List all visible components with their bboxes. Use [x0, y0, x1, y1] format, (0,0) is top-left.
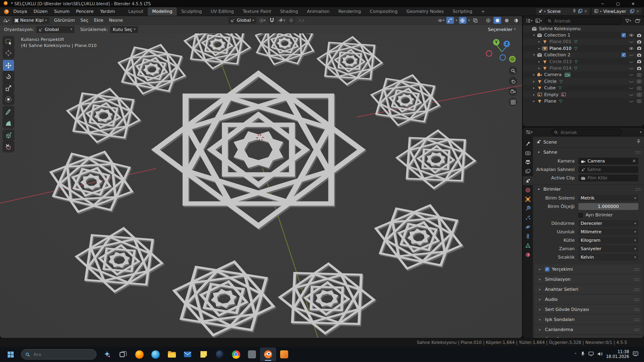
- properties-editor-type-icon[interactable]: ▾: [525, 129, 533, 136]
- menu-düzen[interactable]: Düzen: [30, 8, 51, 15]
- properties-tab-tool[interactable]: [523, 139, 533, 148]
- overlays-caret[interactable]: ▾: [468, 19, 470, 22]
- overlays-toggle-icon[interactable]: [459, 17, 466, 24]
- outliner-row-collection-1[interactable]: ▾Collection 1✓: [523, 32, 644, 38]
- sticky-notes-taskbar-icon[interactable]: [196, 348, 212, 361]
- outliner-row-plane-014[interactable]: ▸▼Plane.014▽: [523, 65, 644, 71]
- taskbar-clock[interactable]: 11:38 18.01.2026: [606, 350, 629, 359]
- menu-yardım[interactable]: Yardım: [97, 8, 118, 15]
- orientation-dropdown[interactable]: Global▾: [228, 17, 256, 24]
- editor-type-icon[interactable]: ▾: [2, 17, 10, 24]
- panel-header-birimler[interactable]: ▾Birimler: [533, 184, 644, 194]
- properties-search-input[interactable]: [560, 130, 619, 135]
- chrome-taskbar-icon[interactable]: [228, 348, 244, 361]
- dropdown-döndürme[interactable]: Dereceler▾: [578, 220, 638, 227]
- steam-taskbar-icon[interactable]: [212, 348, 228, 361]
- tab-rendering[interactable]: Rendering: [334, 7, 365, 16]
- panel-header-sahne[interactable]: ▾Sahne: [533, 147, 644, 157]
- object-field-arkaplan-sahnesi[interactable]: Sahne: [578, 166, 638, 173]
- properties-tab-object[interactable]: [523, 195, 533, 204]
- expand-arrow[interactable]: ▸: [531, 86, 537, 90]
- unlink-scene-icon[interactable]: ✕: [584, 9, 588, 14]
- panel-header-canlandırma[interactable]: ▸Canlandırma: [535, 325, 642, 334]
- taskbar-search[interactable]: [21, 349, 97, 360]
- visibility-dropdown-icon[interactable]: ▾: [437, 17, 445, 24]
- panel-header-anahtar-setleri[interactable]: ▸Anahtar Setleri: [535, 285, 642, 294]
- tool-add-cube[interactable]: [3, 130, 14, 141]
- visibility-eye-icon[interactable]: [628, 99, 634, 103]
- properties-options-caret[interactable]: ▾: [640, 131, 642, 134]
- visibility-eye-icon[interactable]: [628, 53, 634, 57]
- expand-arrow[interactable]: ▾: [531, 33, 537, 37]
- expand-arrow[interactable]: ▸: [531, 73, 537, 76]
- add-workspace-button[interactable]: +: [477, 7, 489, 16]
- ortho-grid-icon[interactable]: [509, 98, 517, 106]
- proportional-editing-icon[interactable]: [287, 17, 295, 24]
- menu-pencere[interactable]: Pencere: [73, 8, 97, 15]
- outliner-row-sahne-koleksiyonu[interactable]: Sahne Koleksiyonu: [523, 25, 644, 32]
- notification-center-icon[interactable]: [633, 351, 638, 358]
- blender-taskbar-icon[interactable]: [260, 348, 276, 361]
- tab-uv-editing[interactable]: UV Editing: [206, 7, 238, 16]
- orientation-setting-dropdown[interactable]: Global▾: [36, 26, 74, 33]
- panel-header-işık-sondaları[interactable]: ▸Işık Sondaları: [535, 315, 642, 324]
- gizmo-z-axis[interactable]: Z: [504, 41, 510, 47]
- navigation-gizmo[interactable]: Y Z: [484, 36, 518, 65]
- tab-modeling[interactable]: Modeling: [148, 7, 177, 16]
- checkbox-ayrı-birimler[interactable]: Ayrı Birimler: [578, 212, 613, 218]
- seljuk-star-object[interactable]: [155, 74, 361, 226]
- expand-arrow[interactable]: ▸: [531, 99, 537, 103]
- mode-dropdown[interactable]: Nesne Kipi▾: [12, 17, 49, 24]
- pivot-point-icon[interactable]: ▾: [258, 17, 266, 24]
- pin-icon[interactable]: [572, 9, 576, 14]
- tab-geometry-nodes[interactable]: Geometry Nodes: [402, 7, 448, 16]
- object-field-kamera[interactable]: Camera✕: [578, 158, 638, 165]
- tab-shading[interactable]: Shading: [276, 7, 303, 16]
- outliner-search[interactable]: [545, 17, 622, 25]
- tab-layout[interactable]: Layout: [124, 7, 148, 16]
- tool-annotate[interactable]: [3, 106, 14, 117]
- file-explorer-taskbar-icon[interactable]: [163, 348, 180, 361]
- outliner-row-circle-013[interactable]: ▸▼Circle.013▽: [523, 58, 644, 65]
- tab-compositing[interactable]: Compositing: [365, 7, 402, 16]
- properties-tab-material[interactable]: [523, 250, 533, 259]
- new-collection-icon[interactable]: [634, 17, 642, 24]
- outliner-row-cube[interactable]: ▸▼Cube▽: [523, 85, 644, 91]
- object-field-active-clip[interactable]: Film Klibi: [578, 175, 638, 181]
- new-scene-icon[interactable]: [578, 9, 582, 14]
- visibility-eye-icon[interactable]: [628, 86, 634, 90]
- tool-measure[interactable]: [3, 117, 14, 128]
- shading-material-icon[interactable]: [503, 17, 510, 24]
- visibility-eye-icon[interactable]: [628, 40, 634, 43]
- visibility-eye-icon[interactable]: [628, 66, 634, 70]
- dropdown-uzunluk[interactable]: Milimetre▾: [578, 228, 638, 235]
- render-camera-icon[interactable]: [636, 73, 642, 77]
- panel-header-sert-gövde-dünyası[interactable]: ▸Sert Gövde Dünyası: [535, 305, 642, 314]
- outliner-row-empty[interactable]: ▸Empty: [523, 91, 644, 98]
- expand-arrow[interactable]: ▸: [537, 40, 542, 43]
- viewport-menu-ekle[interactable]: Ekle: [91, 17, 106, 24]
- gizmo-y-axis[interactable]: Y: [493, 39, 500, 45]
- render-camera-icon[interactable]: [636, 60, 642, 64]
- tray-mic-icon[interactable]: [581, 351, 585, 358]
- 3d-viewport-canvas[interactable]: Kullanıcı Perspektifi (4) Sahne Koleksiy…: [0, 33, 522, 338]
- properties-tab-view-layer[interactable]: [523, 167, 533, 176]
- dropdown-birim-sistemi[interactable]: Metrik▾: [578, 195, 638, 202]
- tool-move[interactable]: [3, 60, 14, 71]
- drag-setting-dropdown[interactable]: Kutu Seç▾: [110, 26, 138, 33]
- visibility-eye-icon[interactable]: [628, 47, 634, 50]
- viewport-menu-nesne[interactable]: Nesne: [106, 17, 126, 24]
- visibility-eye-icon[interactable]: [628, 93, 634, 97]
- tray-chevron-icon[interactable]: ⌃: [574, 352, 577, 356]
- gizmos-caret[interactable]: ▾: [456, 19, 457, 22]
- expand-arrow[interactable]: ▸: [537, 60, 542, 64]
- zoom-icon[interactable]: [509, 66, 517, 75]
- pin-id-icon[interactable]: [636, 139, 641, 145]
- proportional-falloff-icon[interactable]: ▾: [297, 17, 305, 24]
- properties-tab-data[interactable]: [523, 241, 533, 250]
- render-camera-icon[interactable]: [636, 66, 642, 70]
- clear-icon[interactable]: ✕: [632, 158, 636, 164]
- outliner-filter-type-icon[interactable]: ▾: [535, 17, 543, 24]
- render-camera-icon[interactable]: [636, 99, 642, 103]
- tray-volume-icon[interactable]: [597, 352, 603, 358]
